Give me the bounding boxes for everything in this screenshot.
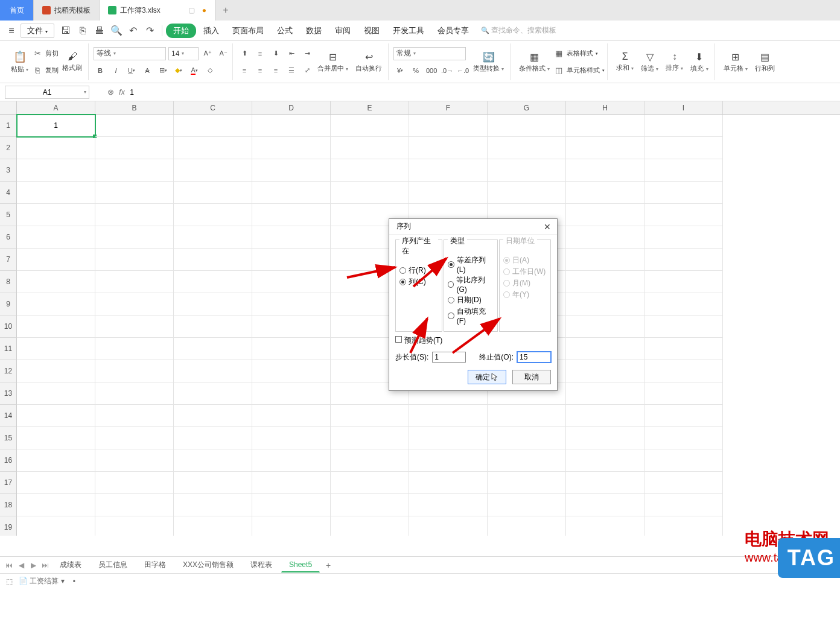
hamburger-icon[interactable]: ≡ <box>4 23 19 39</box>
cell[interactable] <box>17 516 95 536</box>
menu-page-layout[interactable]: 页面布局 <box>226 25 270 36</box>
cell[interactable] <box>174 360 252 382</box>
dec-dec-icon[interactable]: ←.0 <box>456 64 469 77</box>
border-icon[interactable]: ⊞▾ <box>156 64 170 77</box>
sort-button[interactable]: ↕排序 ▾ <box>662 50 687 74</box>
cell[interactable] <box>488 494 566 516</box>
underline-icon[interactable]: U▾ <box>125 64 138 77</box>
row-header[interactable]: 13 <box>0 382 17 405</box>
cell[interactable] <box>17 472 95 494</box>
col-header[interactable]: E <box>331 101 409 114</box>
formula-input[interactable] <box>125 86 840 99</box>
indent-inc-icon[interactable]: ⇥ <box>301 47 314 60</box>
cell[interactable] <box>17 182 95 204</box>
cell[interactable] <box>566 226 644 249</box>
bold-icon[interactable]: B <box>94 64 107 77</box>
print-preview-icon[interactable]: 🔍 <box>109 23 124 39</box>
number-format-combo[interactable]: 常规▾ <box>393 47 466 60</box>
cell[interactable] <box>252 516 331 536</box>
font-name-combo[interactable]: 等线▾ <box>94 47 166 60</box>
row-header[interactable]: 11 <box>0 338 17 360</box>
cell[interactable] <box>174 293 252 316</box>
cut-button[interactable]: ✂剪切 <box>32 46 59 62</box>
cell[interactable] <box>95 427 174 449</box>
cell[interactable] <box>566 159 644 182</box>
cell[interactable] <box>409 115 488 137</box>
cell[interactable] <box>17 293 95 316</box>
cell[interactable] <box>409 405 488 427</box>
cell[interactable]: 1 <box>17 115 95 137</box>
table-style-button[interactable]: ▦表格样式 ▾ <box>553 46 605 62</box>
cell[interactable] <box>252 115 331 137</box>
cell[interactable] <box>566 249 644 271</box>
row-header[interactable]: 5 <box>0 204 17 226</box>
cell[interactable] <box>644 249 723 271</box>
radio-col-option[interactable]: 列(C) <box>399 277 438 287</box>
cell[interactable] <box>17 449 95 472</box>
cell[interactable] <box>252 405 331 427</box>
tab-menu-icon[interactable]: ▢ <box>188 6 195 14</box>
cell[interactable] <box>331 494 409 516</box>
new-tab-button[interactable]: + <box>215 0 236 21</box>
row-header[interactable]: 1 <box>0 115 17 137</box>
cell[interactable] <box>95 137 174 159</box>
cell[interactable] <box>409 494 488 516</box>
fill-color-icon[interactable]: ◆▾ <box>172 64 185 77</box>
decrease-font-icon[interactable]: A⁻ <box>217 47 230 60</box>
col-header[interactable]: F <box>409 101 488 114</box>
cell[interactable] <box>95 360 174 382</box>
cell[interactable] <box>252 360 331 382</box>
sheet-tab[interactable]: XXX公司销售额 <box>175 557 241 573</box>
col-header[interactable]: H <box>566 101 644 114</box>
save-icon[interactable]: 🖫 <box>58 23 74 39</box>
tab-current-file[interactable]: 工作簿3.xlsx ▢ ● <box>100 0 215 21</box>
distribute-icon[interactable]: ☰ <box>285 64 298 77</box>
align-right-icon[interactable]: ≡ <box>269 64 282 77</box>
cell[interactable] <box>488 137 566 159</box>
cell[interactable] <box>644 472 723 494</box>
cell[interactable] <box>566 204 644 226</box>
cell[interactable] <box>252 159 331 182</box>
tab-template[interactable]: 找稻壳模板 <box>34 0 100 21</box>
cell[interactable] <box>95 115 174 137</box>
cell[interactable] <box>252 316 331 338</box>
row-header[interactable]: 17 <box>0 472 17 494</box>
command-search[interactable]: 查找命令、搜索模板 <box>481 25 556 36</box>
cell[interactable] <box>331 472 409 494</box>
col-header[interactable]: D <box>252 101 331 114</box>
cell[interactable] <box>95 249 174 271</box>
fill-button[interactable]: ⬇填充 ▾ <box>687 50 711 74</box>
menu-file[interactable]: 文件 ▾ <box>21 24 54 38</box>
cell[interactable] <box>95 382 174 405</box>
sheet-tab[interactable]: 员工信息 <box>91 557 135 573</box>
cell[interactable] <box>17 360 95 382</box>
align-top-icon[interactable]: ⬆ <box>238 47 251 60</box>
cell[interactable] <box>644 204 723 226</box>
row-header[interactable]: 10 <box>0 316 17 338</box>
indent-dec-icon[interactable]: ⇤ <box>285 47 298 60</box>
cell[interactable] <box>252 182 331 204</box>
cell[interactable] <box>488 182 566 204</box>
cell[interactable] <box>174 204 252 226</box>
cell[interactable] <box>174 115 252 137</box>
cell[interactable] <box>252 137 331 159</box>
cell-button[interactable]: ⊞单元格 ▾ <box>720 50 751 74</box>
cell[interactable] <box>488 405 566 427</box>
cell[interactable] <box>409 137 488 159</box>
cell[interactable] <box>174 182 252 204</box>
cell[interactable] <box>566 449 644 472</box>
cell[interactable] <box>331 137 409 159</box>
cell[interactable] <box>331 182 409 204</box>
menu-formula[interactable]: 公式 <box>271 25 299 36</box>
row-header[interactable]: 3 <box>0 159 17 182</box>
sheet-tab[interactable]: 成绩表 <box>52 557 89 573</box>
cell[interactable] <box>566 472 644 494</box>
cell[interactable] <box>95 449 174 472</box>
stop-input[interactable] <box>517 352 551 363</box>
cell[interactable] <box>174 249 252 271</box>
sheet-nav-next[interactable]: ▶ <box>28 561 39 569</box>
row-header[interactable]: 16 <box>0 449 17 472</box>
print-icon[interactable]: 🖶 <box>92 23 107 39</box>
menu-member[interactable]: 会员专享 <box>431 25 475 36</box>
row-header[interactable]: 2 <box>0 137 17 159</box>
